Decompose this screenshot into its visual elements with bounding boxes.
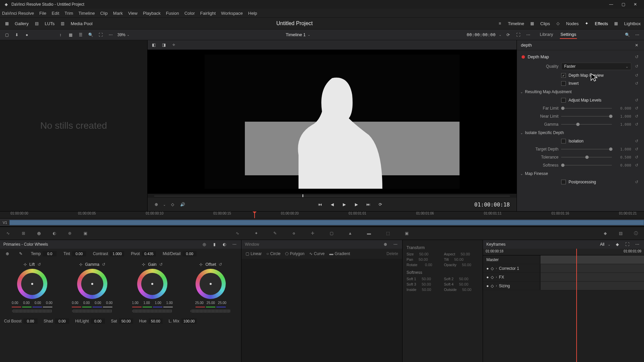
window-icon[interactable]: ○ [289,229,299,238]
target-reset-icon[interactable]: ↺ [634,147,639,152]
step-fwd-button[interactable]: ▶ [352,200,360,208]
key-icon[interactable]: ▬ [364,229,374,238]
kf-track[interactable] [540,264,644,273]
hue-value[interactable]: 50.00 [149,318,163,324]
sat-value[interactable]: 50.00 [119,318,133,324]
magic-mask-icon[interactable]: ▢ [327,229,336,238]
polygon-shape[interactable]: ⬠ Polygon [285,251,304,256]
lift-wheel[interactable] [17,269,47,299]
kf-expand-icon[interactable]: ⛶ [624,241,631,248]
picker-icon[interactable]: ⊕ [4,250,11,257]
pan-value[interactable]: 50.00 [415,257,428,261]
luts-icon[interactable]: ▤ [33,20,40,27]
unmix-icon[interactable]: ◇ [169,201,176,208]
kf-diamond-icon[interactable]: ◆ [614,241,621,248]
menu-davinci-resolve[interactable]: DaVinci Resolve [2,11,34,16]
kf-all[interactable]: All [600,242,604,247]
clips-icon[interactable]: ▦ [529,20,536,27]
linear-shape[interactable]: ▢ Linear [246,251,262,256]
mediapool-icon[interactable]: ▥ [59,20,66,27]
inside-value[interactable]: 50.00 [418,288,431,292]
warper-icon[interactable]: ✦ [252,229,261,238]
section-isolate[interactable]: Isolate Specific Depth [525,130,564,135]
menu-clip[interactable]: Clip [100,11,108,16]
viewer-scrub[interactable] [148,194,517,198]
wheel-values[interactable]: 0.000.000.000.00 [10,301,54,305]
more-icon[interactable]: ⋯ [107,32,114,38]
viewer-canvas[interactable] [148,50,517,194]
window-canvas[interactable] [241,259,402,362]
sort-icon[interactable]: ↕ [57,32,64,38]
qualifier-tool-icon[interactable]: ⊞ [19,229,28,238]
tracker-icon[interactable]: ✛ [308,229,317,238]
gamma-reset-icon[interactable]: ↺ [634,122,639,127]
search-gallery-icon[interactable]: 🔍 [87,32,94,38]
tilt-value[interactable]: 50.00 [451,257,464,261]
kf-toggle-icon[interactable]: ● [486,275,489,280]
near-reset-icon[interactable]: ↺ [634,114,639,119]
lightbox-icon[interactable]: ▦ [613,20,620,27]
3d-icon[interactable]: ▣ [402,229,411,238]
adjust-reset-icon[interactable]: ↺ [634,98,639,103]
invert-checkbox[interactable] [561,81,566,86]
keyframe-mode-icon[interactable]: ◆ [600,229,610,238]
soft-reset-icon[interactable]: ↺ [634,163,639,168]
menu-edit[interactable]: Edit [52,11,59,16]
fullscreen-icon[interactable]: ⛶ [515,32,522,38]
inspector-search-icon[interactable]: 🔍 [624,32,631,38]
target-depth-slider[interactable] [561,149,612,149]
outside-value[interactable]: 50.00 [459,288,471,292]
menu-view[interactable]: View [128,11,138,16]
clips-label[interactable]: Clips [540,21,550,26]
mediapool-label[interactable]: Media Pool [71,21,93,26]
aspect-value[interactable]: 50.00 [457,252,470,256]
stills-view-icon[interactable]: ▢ [3,32,10,38]
menu-trim[interactable]: Trim [65,11,73,16]
rgb-mixer-icon[interactable]: ⊕ [65,229,74,238]
section-resulting[interactable]: Resulting Map Adjustment [525,89,572,94]
close-button[interactable]: ✕ [629,1,641,8]
curves-icon[interactable]: ∿ [233,229,242,238]
bars-mode-icon[interactable]: ▮ [211,241,218,248]
chevron-icon[interactable]: ⌄ [520,172,523,176]
kf-lock-icon[interactable]: ◇ [491,275,494,280]
delete-shape[interactable]: Delete [386,251,398,256]
timeline-label[interactable]: Timeline [508,21,524,26]
gradient-shape[interactable]: ▬ Gradient [329,251,350,256]
colboost-value[interactable]: 0.00 [23,318,38,324]
preview-reset-icon[interactable]: ↺ [634,73,639,78]
invert-reset-icon[interactable]: ↺ [634,81,639,86]
viewer-more-icon[interactable]: ⋯ [525,32,532,38]
wheel-values[interactable]: 1.001.001.001.00 [130,301,174,305]
target-depth-value[interactable]: 1.000 [614,147,631,152]
gallery-label[interactable]: Gallery [15,21,29,26]
info-icon[interactable]: ⓘ [631,229,641,238]
step-back-button[interactable]: ◀ [328,200,336,208]
clear-search-icon[interactable]: ✕ [633,42,640,49]
effects-icon[interactable]: ✦ [583,20,590,27]
gain-jog[interactable] [132,309,172,313]
timeline-icon[interactable]: ≡ [496,20,503,27]
luts-label[interactable]: LUTs [45,21,55,26]
tolerance-value[interactable]: 0.500 [614,155,631,160]
preview-checkbox[interactable] [561,73,566,78]
video-clip[interactable] [9,220,644,225]
mute-icon[interactable]: 🔊 [179,201,186,208]
fx-reset-icon[interactable]: ↺ [634,54,639,59]
minimize-button[interactable]: — [605,1,617,8]
post-reset-icon[interactable]: ↺ [634,180,639,184]
go-first-button[interactable]: ⏮ [316,200,324,208]
menu-timeline[interactable]: Timeline [78,11,95,16]
isolation-reset-icon[interactable]: ↺ [634,139,639,143]
zoom-display[interactable]: 39% ⌄ [117,33,129,37]
playhead[interactable] [254,212,255,218]
wheel-pick-icon[interactable]: ⊹ [23,262,27,267]
inspector-more-icon[interactable]: ⋯ [634,32,641,38]
wheel-pick-icon[interactable]: ⊹ [142,262,145,267]
bypass-icon[interactable]: ⟳ [505,32,512,38]
kf-toggle-icon[interactable]: ● [486,284,489,288]
tc-chevron-icon[interactable]: ⌄ [499,33,501,37]
soft1-value[interactable]: 50.00 [418,277,431,281]
gallery-icon[interactable]: ▦ [3,20,10,27]
menu-fairlight[interactable]: Fairlight [200,11,216,16]
